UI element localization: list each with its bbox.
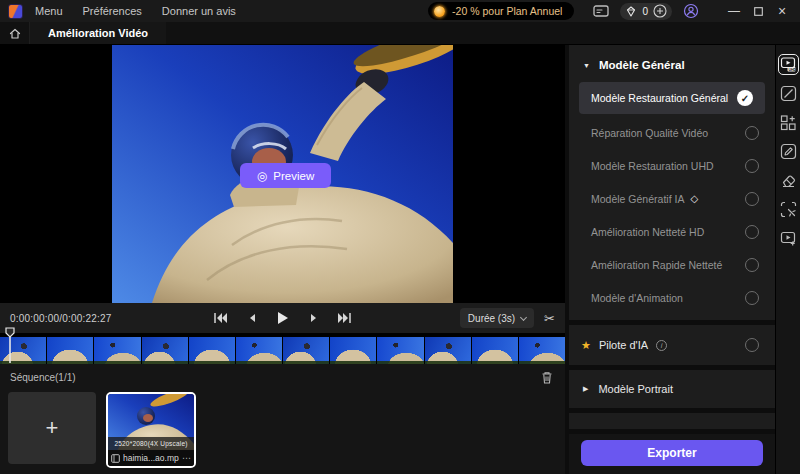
previous-frame-button[interactable] [243, 309, 261, 327]
general-section-title: Modèle Général [599, 59, 685, 71]
expand-triangle-icon: ▶ [583, 385, 588, 393]
preview-button[interactable]: ◎ Preview [240, 163, 331, 188]
model-label: Amélioration Rapide Netteté [591, 259, 745, 271]
promo-label: -20 % pour Plan Annuel [452, 5, 562, 17]
model-option-reparation-qualite[interactable]: Réparation Qualité Vidéo [569, 116, 775, 149]
edit-tool[interactable] [778, 141, 799, 162]
plus-icon: + [46, 415, 59, 441]
export-area: Exporter [569, 434, 775, 474]
video-generate-tool[interactable] [778, 228, 799, 249]
clip-more-button[interactable]: ⋯ [182, 453, 191, 463]
portrait-section-title: Modèle Portrait [598, 383, 673, 395]
add-credits-icon[interactable] [653, 4, 667, 18]
radio-icon [745, 338, 759, 352]
model-sidebar: ▼ Modèle Général Modèle Restauration Gén… [565, 45, 775, 474]
preferences-button[interactable]: Préférences [83, 5, 142, 17]
burst-icon [434, 6, 445, 17]
compare-tool[interactable] [778, 83, 799, 104]
film-icon [111, 454, 120, 463]
next-frame-button[interactable] [305, 309, 323, 327]
promo-banner[interactable]: -20 % pour Plan Annuel [428, 2, 574, 20]
radio-icon [745, 159, 759, 173]
filmstrip-frame [425, 337, 471, 364]
tool-rail: UHD [775, 45, 800, 474]
maximize-button[interactable] [746, 1, 770, 21]
timecode: 0:00:00:00/0:00:22:27 [10, 313, 112, 324]
tab-label: Amélioration Vidéo [48, 27, 148, 39]
credits-pill[interactable]: 0 [620, 3, 672, 20]
sequence-header: Séquence(1/1) [0, 364, 565, 388]
duration-label: Durée (3s) [468, 313, 515, 324]
player-column: ◎ Preview 0:00:00:00/0:00:22:27 [0, 45, 565, 474]
gem-icon [625, 6, 637, 17]
credits-count: 0 [642, 6, 648, 17]
general-model-section: ▼ Modèle Général Modèle Restauration Gén… [569, 45, 775, 320]
smart-select-tool[interactable] [778, 199, 799, 220]
model-label: Modèle Génératif IA ◇ [591, 193, 745, 205]
skip-start-button[interactable] [212, 309, 230, 327]
model-option-restauration-general[interactable]: Modèle Restauration Général ✓ [579, 82, 765, 114]
radio-icon [745, 258, 759, 272]
preview-button-label: Preview [273, 170, 314, 182]
sidebar-spacer-strip [569, 413, 775, 429]
filmstrip-frames [0, 337, 565, 364]
filmstrip-frame [330, 337, 376, 364]
filmstrip-frame [236, 337, 282, 364]
close-button[interactable]: × [770, 1, 794, 21]
export-button[interactable]: Exporter [581, 440, 763, 466]
transport-bar: 0:00:00:00/0:00:22:27 [0, 303, 565, 333]
portrait-section-header[interactable]: ▶ Modèle Portrait [569, 370, 775, 408]
model-option-generatif-ia[interactable]: Modèle Génératif IA ◇ [569, 182, 775, 215]
delete-clip-icon[interactable] [541, 371, 553, 384]
add-clip-button[interactable]: + [8, 392, 96, 464]
account-icon[interactable] [681, 2, 701, 20]
frame-interpolation-tool[interactable] [778, 112, 799, 133]
clip-filename: haimia...ao.mp4 [123, 453, 179, 463]
duration-dropdown[interactable]: Durée (3s) [460, 308, 534, 328]
model-option-restauration-uhd[interactable]: Modèle Restauration UHD [569, 149, 775, 182]
model-option-rapide-nettete[interactable]: Amélioration Rapide Netteté [569, 248, 775, 281]
tab-bar: Amélioration Vidéo [0, 22, 800, 45]
filmstrip-frame [377, 337, 423, 364]
model-option-animation[interactable]: Modèle d'Animation [569, 281, 775, 314]
play-button[interactable] [274, 309, 292, 327]
clips-row: + 2520*2080(4X Upscale) haimia...ao.mp4 [0, 388, 565, 468]
feedback-menu-button[interactable]: Donner un avis [162, 5, 236, 17]
star-icon: ★ [581, 339, 591, 352]
minimize-button[interactable]: — [722, 1, 746, 21]
ai-pilot-option[interactable]: ★ Pilote d'IA i [569, 325, 775, 365]
video-enhance-tool[interactable]: UHD [778, 54, 799, 75]
transport-right: Durée (3s) ✂ [460, 308, 555, 328]
radio-icon [745, 192, 759, 206]
home-button[interactable] [0, 22, 30, 44]
filmstrip-frame [283, 337, 329, 364]
model-option-nettete-hd[interactable]: Amélioration Netteté HD [569, 215, 775, 248]
timeline-filmstrip[interactable] [0, 333, 565, 364]
model-label: Modèle d'Animation [591, 292, 745, 304]
watermark-eraser-tool[interactable] [778, 170, 799, 191]
menu-button[interactable]: Menu [35, 5, 63, 17]
sequence-panel: Séquence(1/1) + 2520*20 [0, 364, 565, 474]
tab-amelioration-video[interactable]: Amélioration Vidéo [30, 22, 166, 44]
check-icon: ✓ [737, 90, 753, 106]
info-icon[interactable]: i [656, 340, 667, 351]
feedback-icon[interactable] [591, 2, 611, 20]
filmstrip-frame [94, 337, 140, 364]
radio-icon [745, 126, 759, 140]
chevron-down-icon [520, 313, 527, 320]
ai-pilot-label: Pilote d'IA [599, 339, 648, 351]
filmstrip-frame [142, 337, 188, 364]
cut-icon[interactable]: ✂ [544, 312, 555, 325]
app-logo-icon [8, 4, 23, 19]
workspace: ◎ Preview 0:00:00:00/0:00:22:27 [0, 45, 800, 474]
skip-end-button[interactable] [336, 309, 354, 327]
radio-icon [745, 225, 759, 239]
playhead[interactable] [4, 327, 16, 364]
eye-icon: ◎ [257, 170, 267, 182]
general-section-header[interactable]: ▼ Modèle Général [569, 45, 775, 80]
model-label: Réparation Qualité Vidéo [591, 127, 745, 139]
sequence-title: Séquence(1/1) [10, 372, 76, 383]
clip-card[interactable]: 2520*2080(4X Upscale) haimia...ao.mp4 ⋯ [106, 392, 196, 468]
title-bar: Menu Préférences Donner un avis -20 % po… [0, 0, 800, 22]
filmstrip-frame [472, 337, 518, 364]
